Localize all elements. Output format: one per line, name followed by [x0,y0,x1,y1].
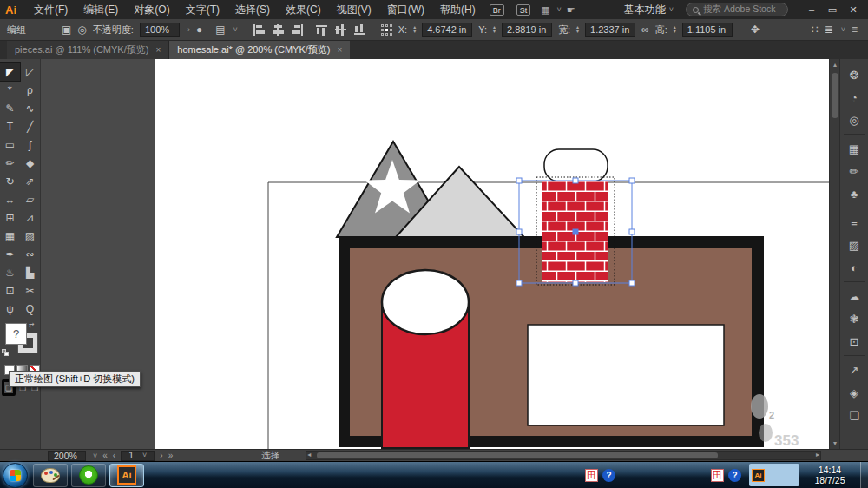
close-button[interactable]: ✕ [844,4,863,16]
blend-tool[interactable]: ∾ [20,245,40,263]
stock-search-input[interactable]: 搜索 Adobe Stock [686,3,788,16]
pattern-options-panel-icon[interactable]: ❃ [840,307,868,330]
style-menu-icon[interactable]: ● [196,23,202,36]
mesh-tool[interactable]: ▦ [0,227,20,245]
rotate-tool[interactable]: ↻ [0,172,20,190]
taskbar-paint-button[interactable] [33,464,68,487]
close-icon[interactable]: × [338,45,343,55]
width-input[interactable]: 1.2337 in [585,23,635,37]
cylinder-top-shape[interactable] [382,270,469,334]
gradient-tool[interactable]: ▨ [20,227,40,245]
stepper-icon[interactable]: ▴▾ [674,25,676,34]
selection-center-point[interactable] [573,229,578,234]
swap-fill-stroke-icon[interactable]: ⇄ [29,321,35,329]
align-top-icon[interactable] [315,24,328,36]
perspective-grid-tool[interactable]: ⊿ [20,208,40,227]
last-artboard-icon[interactable]: » [168,451,174,460]
align-center-icon[interactable] [272,24,285,36]
stepper-icon[interactable]: ▴▾ [493,25,496,34]
bridge-icon[interactable]: Br [490,4,504,16]
width-tool[interactable]: ↔ [0,190,20,208]
links-panel-icon[interactable]: ⊡ [840,330,868,353]
scroll-up-icon[interactable]: ▴ [830,61,840,69]
workspace-switcher[interactable]: 基本功能 [624,3,666,17]
symbol-sprayer-tool[interactable]: ♨ [0,263,20,281]
horizontal-scroll-thumb[interactable] [317,452,718,458]
tab-pieces[interactable]: pieces.ai @ 111% (CMYK/预览) × [7,41,169,59]
color-panel-icon[interactable]: ❂ [840,63,868,86]
cc-libraries-panel-icon[interactable]: ☁ [840,285,868,307]
vertical-scroll-thumb[interactable] [832,73,838,118]
column-graph-tool[interactable]: ▙ [20,263,40,281]
center-reference-icon[interactable]: ◎ [77,23,86,36]
bounding-box-icon[interactable]: ▣ [62,23,71,36]
paintbrush-tool[interactable]: ʃ [20,135,40,154]
selection-tool[interactable]: ◤ [0,63,20,81]
align-left-icon[interactable] [253,24,266,36]
line-segment-tool[interactable]: ╱ [20,117,40,135]
eyedropper-tool[interactable]: ✒ [0,245,20,263]
arrange-documents-icon[interactable]: ▦ [541,4,549,16]
transparency-panel-icon[interactable]: ◐ [840,256,868,279]
free-transform-tool[interactable]: ▱ [20,190,40,208]
stock-icon[interactable]: St [516,4,531,16]
menu-type[interactable]: 文字(T) [179,0,227,19]
adjustments-panel-icon[interactable]: ◎ [840,109,868,131]
chevron-down-icon[interactable]: ˅ [142,451,147,460]
x-position-input[interactable]: 4.6742 in [422,23,472,37]
menu-select[interactable]: 选择(S) [228,0,277,19]
direct-selection-tool[interactable]: ◸ [20,63,40,81]
color-guide-panel-icon[interactable]: ◔ [840,86,868,109]
menu-window[interactable]: 窗口(W) [380,0,431,19]
symbols-panel-icon[interactable]: ♣ [840,182,868,205]
opacity-menu-icon[interactable]: › [187,25,190,34]
pen-tool[interactable]: ✎ [0,99,20,117]
tray-help-icon[interactable]: ? [728,469,741,482]
chevron-down-icon[interactable]: ˅ [93,452,97,460]
rectangle-tool[interactable]: ▭ [0,135,20,154]
taskbar-browser-button[interactable] [71,464,106,487]
chevron-down-icon[interactable]: ˅ [841,25,845,34]
magic-wand-tool[interactable]: ＊ [0,81,20,99]
export-panel-icon[interactable]: ↗ [840,359,868,381]
y-position-input[interactable]: 2.8819 in [502,23,552,37]
illustrator-tray-icon[interactable]: Ai [752,469,765,482]
hand-tool[interactable]: ψ [0,300,20,318]
reference-point-selector[interactable] [381,24,392,36]
menu-object[interactable]: 对象(O) [127,0,176,19]
tab-homesale[interactable]: homesale.ai* @ 200% (CMYK/预览) × [169,41,350,59]
gradient-panel-icon[interactable]: ▨ [840,234,868,256]
smoke-shape[interactable] [544,149,608,181]
scroll-right-icon[interactable]: ▸ [816,451,819,458]
artboard-tool[interactable]: ⊡ [0,281,20,300]
menu-view[interactable]: 视图(V) [330,0,378,19]
share-icon[interactable]: ☛ [567,4,575,16]
tray-help-icon[interactable]: ? [602,469,615,482]
align-bottom-icon[interactable] [353,24,366,36]
previous-artboard-icon[interactable]: ‹ [113,451,115,460]
artboard-navigation[interactable]: 1 ˅ [121,451,155,461]
height-input[interactable]: 1.1105 in [682,23,733,37]
menu-effect[interactable]: 效果(C) [279,0,328,19]
brushes-panel-icon[interactable]: ✏ [840,160,868,182]
vertical-scrollbar[interactable]: ▴ ▾ [829,59,839,449]
scroll-down-icon[interactable]: ▾ [830,439,840,447]
taskbar-clock[interactable]: 14:14 18/7/25 [806,465,854,485]
tray-app-icon[interactable]: 田 [711,469,724,482]
window-shape[interactable] [528,325,724,425]
stroke-panel-icon[interactable]: ≡ [840,211,868,234]
align-middle-icon[interactable] [334,24,347,36]
stepper-icon[interactable]: ▴▾ [576,25,579,34]
artboards-panel-icon[interactable]: ❏ [840,404,868,426]
restore-button[interactable]: ▭ [823,4,842,16]
close-icon[interactable]: × [155,45,161,55]
tray-app-icon[interactable]: 田 [585,469,598,482]
minimize-button[interactable]: – [802,4,821,15]
taskbar-illustrator-button[interactable]: Ai [109,464,144,487]
horizontal-scrollbar[interactable]: ◂ ▸ [306,451,821,460]
slice-tool[interactable]: ✂ [20,281,40,300]
fill-swatch[interactable]: ? [5,323,27,345]
menu-edit[interactable]: 编辑(E) [76,0,125,19]
panel-toggle-icon[interactable]: ≣ [825,23,833,36]
next-artboard-icon[interactable]: › [160,451,162,460]
